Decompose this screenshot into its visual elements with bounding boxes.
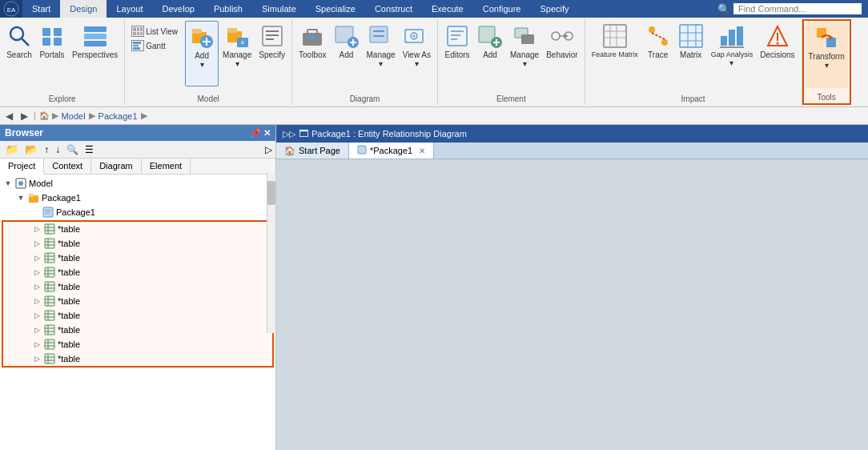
ribbon-tab-execute[interactable]: Execute	[422, 0, 473, 18]
expander-table-8[interactable]: ▷	[30, 326, 43, 334]
tab-package1-diagram[interactable]: *Package1 ✕	[349, 143, 434, 159]
trace-button[interactable]: Trace	[642, 21, 674, 86]
table-label-5: *table	[58, 282, 80, 291]
expander-table-5[interactable]: ▷	[30, 283, 43, 291]
perspectives-button[interactable]: Perspectives	[69, 21, 121, 86]
manage-element-button[interactable]: Manage▾	[507, 21, 542, 86]
tree-item-table-6[interactable]: ▷ *table	[3, 294, 272, 308]
browser-scrollbar[interactable]	[267, 173, 276, 333]
ribbon-group-model: List View Gantt	[125, 19, 292, 105]
add-diagram-button[interactable]: Add	[331, 21, 363, 86]
tree-item-table-5[interactable]: ▷ *table	[3, 279, 272, 294]
arrow-down-icon[interactable]: ↓	[53, 143, 62, 156]
expander-table-1[interactable]: ▷	[30, 225, 43, 233]
svg-rect-63	[721, 36, 727, 46]
browser-close-button[interactable]: ✕	[263, 128, 271, 139]
app-logo: EA	[0, 0, 22, 18]
model-label: Model	[29, 179, 53, 188]
folder-new-icon[interactable]: 📁	[3, 143, 21, 156]
svg-point-47	[552, 32, 560, 40]
tree-item-table-7[interactable]: ▷ *table	[3, 308, 272, 323]
tree-item-table-4[interactable]: ▷ *table	[3, 265, 272, 279]
ribbon-tab-develop[interactable]: Develop	[153, 0, 204, 18]
tab-element[interactable]: Element	[142, 159, 191, 174]
tab-project[interactable]: Project	[0, 159, 44, 175]
matrix-button[interactable]: Matrix	[675, 21, 707, 86]
menu-icon[interactable]: ☰	[82, 143, 96, 156]
svg-rect-6	[42, 38, 50, 46]
tabs-bar: 🏠 Start Page *Package1 ✕	[276, 143, 868, 159]
ribbon-tab-construct[interactable]: Construct	[365, 0, 422, 18]
tree-item-table-8[interactable]: ▷ *table	[3, 323, 272, 337]
nav-sep3: ▶	[141, 110, 147, 121]
portals-button[interactable]: Portals	[36, 21, 68, 86]
tree-item-package1-diagram[interactable]: Package1	[0, 205, 275, 219]
browser-pin-button[interactable]: 📌	[250, 128, 261, 139]
tab-context[interactable]: Context	[44, 159, 91, 174]
tab-close-button[interactable]: ✕	[419, 147, 425, 155]
ribbon-tab-specialize[interactable]: Specialize	[306, 0, 365, 18]
tab-diagram[interactable]: Diagram	[91, 159, 142, 174]
ribbon-tab-start[interactable]: Start	[22, 0, 60, 18]
search-button[interactable]: Search	[3, 21, 35, 86]
ribbon-tab-design[interactable]: Design	[60, 0, 106, 18]
nav-back-button[interactable]: ◀	[3, 110, 15, 123]
behavior-button[interactable]: Behavior	[543, 21, 581, 86]
feature-matrix-button[interactable]: Feature Matrix	[589, 21, 641, 86]
editors-button[interactable]: Editors	[441, 21, 473, 86]
expander-model[interactable]: ▼	[2, 179, 14, 187]
manage-diagram-button[interactable]: Manage▾	[364, 21, 399, 86]
nav-model-link[interactable]: Model	[62, 111, 86, 121]
svg-rect-112	[45, 340, 54, 349]
tree-item-model[interactable]: ▼ Model	[0, 176, 275, 191]
expander-table-9[interactable]: ▷	[30, 340, 43, 348]
expander-table-2[interactable]: ▷	[30, 239, 43, 247]
browser-toolbar: 📁 📂 ↑ ↓ 🔍 ☰ ▷	[0, 141, 275, 159]
gap-analysis-button[interactable]: Gap Analysis▾	[708, 21, 757, 86]
add-element-button[interactable]: Add	[474, 21, 506, 86]
expander-package1[interactable]: ▼	[14, 194, 27, 202]
tree-item-table-9[interactable]: ▷ *table	[3, 337, 272, 352]
expander-table-10[interactable]: ▷	[30, 355, 43, 363]
table-icon-10	[43, 352, 56, 365]
tree-item-package1-parent[interactable]: ▼ Package1	[0, 191, 275, 205]
arrow-up-icon[interactable]: ↑	[42, 143, 51, 156]
manage-model-button[interactable]: ≡ Manage▾	[219, 21, 255, 86]
ribbon-tab-layout[interactable]: Layout	[106, 0, 152, 18]
filter-icon[interactable]: 🔍	[64, 143, 81, 156]
nav-package1-link[interactable]: Package1	[98, 111, 138, 121]
svg-rect-80	[45, 224, 54, 234]
ribbon-tab-configure[interactable]: Configure	[473, 0, 531, 18]
expander-table-6[interactable]: ▷	[30, 297, 43, 305]
toolbox-button[interactable]: Toolbox	[295, 21, 329, 86]
browser-panel: Browser 📌 ✕ 📁 📂 ↑ ↓ 🔍 ☰ ▷ Project Contex…	[0, 125, 276, 450]
list-view-button[interactable]: List View	[128, 24, 181, 38]
folder-open-icon[interactable]: 📂	[22, 143, 40, 156]
nav-bar: ◀ ▶ | 🏠 ▶ Model ▶ Package1 ▶	[0, 107, 868, 125]
svg-rect-9	[84, 34, 106, 39]
transform-button[interactable]: Transform▾	[806, 22, 848, 88]
nav-forward-button[interactable]: ▶	[18, 110, 30, 123]
expander-table-3[interactable]: ▷	[30, 254, 43, 262]
command-search-input[interactable]	[733, 3, 862, 14]
ribbon-tab-simulate[interactable]: Simulate	[252, 0, 306, 18]
ribbon-tab-specify[interactable]: Specify	[530, 0, 578, 18]
tree-item-table-2[interactable]: ▷ *table	[3, 236, 272, 251]
ribbon-tab-publish[interactable]: Publish	[204, 0, 252, 18]
decisions-button[interactable]: Decisions	[757, 21, 798, 86]
table-label-8: *table	[58, 325, 80, 335]
tab-start-page[interactable]: 🏠 Start Page	[276, 143, 349, 159]
tree-item-table-10[interactable]: ▷ *table	[3, 352, 272, 366]
element-group-label: Element	[496, 93, 526, 103]
add-model-button[interactable]: Add▾	[185, 21, 219, 86]
expander-table-7[interactable]: ▷	[30, 311, 43, 319]
expand-panel-button[interactable]: ▷	[265, 144, 272, 155]
tree-item-table-3[interactable]: ▷ *table	[3, 251, 272, 265]
gantt-button[interactable]: Gantt	[128, 38, 181, 53]
breadcrumb-expand-icon[interactable]: ▷▷	[283, 129, 295, 139]
tree-item-table-1[interactable]: ▷ *table	[3, 222, 272, 236]
svg-rect-5	[54, 28, 62, 36]
specify-model-button[interactable]: Specify	[255, 21, 288, 86]
view-as-button[interactable]: View As▾	[400, 21, 434, 86]
expander-table-4[interactable]: ▷	[30, 268, 43, 276]
